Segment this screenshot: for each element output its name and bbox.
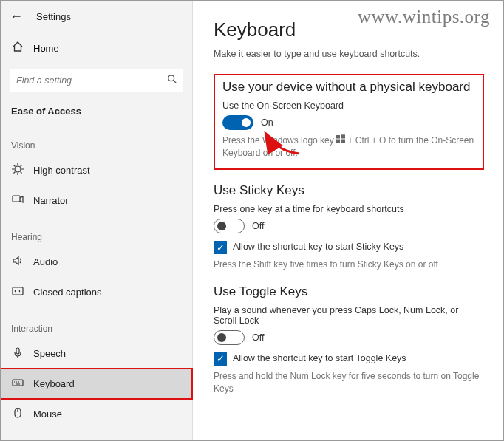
sidebar-item-label: Keyboard	[33, 378, 75, 389]
cc-icon	[11, 285, 24, 299]
mouse-icon	[11, 407, 24, 421]
sidebar-item-label: Speech	[33, 348, 66, 359]
group-label-vision: Vision	[1, 133, 192, 155]
group-label-interaction: Interaction	[1, 316, 192, 338]
home-label: Home	[33, 43, 59, 54]
toggle-keys-shortcut-checkbox[interactable]: ✓	[214, 352, 227, 366]
toggle-keys-toggle[interactable]	[214, 330, 245, 345]
sidebar-item-narrator[interactable]: Narrator	[1, 185, 192, 216]
toggle-state-label: On	[261, 117, 273, 128]
back-icon[interactable]: ←	[10, 10, 23, 23]
home-icon	[11, 41, 24, 55]
sidebar-item-high-contrast[interactable]: High contrast	[1, 155, 192, 185]
contrast-icon	[11, 163, 24, 177]
section-onscreen-keyboard: Use your device without a physical keybo…	[214, 74, 484, 170]
svg-rect-4	[13, 287, 23, 295]
sidebar-item-mouse[interactable]: Mouse	[1, 399, 192, 429]
svg-point-2	[15, 166, 21, 172]
svg-rect-6	[13, 380, 23, 386]
checkbox-label: Allow the shortcut key to start Toggle K…	[233, 352, 406, 363]
svg-line-1	[174, 81, 177, 83]
sidebar-section-title: Ease of Access	[1, 98, 192, 124]
svg-rect-5	[16, 348, 19, 354]
toggle-caption: Play a sound whenever you press Caps Loc…	[214, 305, 484, 326]
group-label-hearing: Hearing	[1, 225, 192, 247]
section-heading: Use Sticky Keys	[214, 183, 484, 198]
sticky-keys-toggle[interactable]	[214, 219, 245, 233]
sidebar-item-audio[interactable]: Audio	[1, 247, 192, 277]
onscreen-keyboard-toggle[interactable]	[222, 115, 253, 130]
sidebar-item-label: Audio	[33, 256, 58, 267]
section-heading: Use Toggle Keys	[214, 284, 484, 299]
audio-icon	[11, 255, 24, 269]
sidebar-item-keyboard[interactable]: Keyboard	[1, 369, 192, 399]
narrator-icon	[11, 194, 24, 208]
sidebar-item-eye-control[interactable]: Eye control	[1, 429, 192, 441]
checkbox-label: Allow the shortcut key to start Sticky K…	[233, 241, 403, 252]
sidebar-item-label: High contrast	[33, 165, 90, 176]
svg-rect-12	[341, 135, 345, 139]
sidebar-item-label: Closed captions	[33, 287, 102, 298]
toggle-state-label: Off	[252, 332, 264, 343]
main-content: Keyboard Make it easier to type and use …	[193, 1, 503, 440]
svg-rect-3	[13, 196, 20, 202]
search-icon[interactable]	[162, 74, 183, 87]
toggle-caption: Press one key at a time for keyboard sho…	[214, 204, 484, 214]
search-box[interactable]	[10, 69, 183, 92]
svg-rect-13	[336, 140, 340, 143]
hint-text: Press and hold the Num Lock key for five…	[214, 370, 484, 395]
toggle-caption: Use the On-Screen Keyboard	[222, 100, 475, 111]
search-input[interactable]	[10, 69, 162, 92]
section-heading: Use your device without a physical keybo…	[222, 80, 475, 95]
eye-icon	[11, 437, 24, 441]
hint-text: Press the Shift key five times to turn S…	[214, 259, 484, 271]
window-title: Settings	[36, 11, 71, 22]
page-subtitle: Make it easier to type and use keyboard …	[214, 49, 484, 59]
sidebar-item-label: Narrator	[33, 195, 69, 206]
sidebar-item-speech[interactable]: Speech	[1, 338, 192, 369]
sidebar: ← Settings Home Ease of Access Vision Hi…	[1, 1, 193, 440]
windows-logo-icon	[336, 134, 345, 147]
svg-rect-14	[341, 140, 345, 143]
svg-point-0	[168, 75, 174, 81]
keyboard-icon	[11, 377, 24, 391]
sidebar-item-home[interactable]: Home	[1, 33, 192, 63]
hint-text: Press the Windows logo key + Ctrl + O to…	[222, 134, 475, 160]
sidebar-item-closed-captions[interactable]: Closed captions	[1, 277, 192, 307]
sticky-keys-shortcut-checkbox[interactable]: ✓	[214, 241, 227, 254]
toggle-state-label: Off	[252, 221, 264, 231]
sidebar-item-label: Mouse	[33, 408, 62, 420]
section-toggle-keys: Use Toggle Keys Play a sound whenever yo…	[214, 284, 484, 395]
section-sticky-keys: Use Sticky Keys Press one key at a time …	[214, 183, 484, 271]
speech-icon	[11, 346, 24, 360]
svg-rect-11	[336, 135, 340, 139]
page-title: Keyboard	[214, 18, 484, 41]
